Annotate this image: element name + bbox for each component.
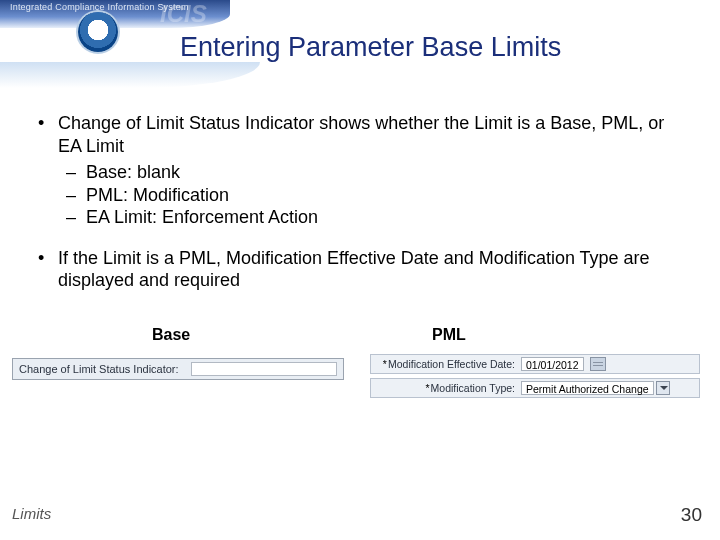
- pml-row-date: Modification Effective Date: 01/01/2012: [370, 354, 700, 374]
- subbullet-1-2: PML: Modification: [58, 184, 690, 207]
- footer-left: Limits: [12, 505, 51, 522]
- subbullet-1-3: EA Limit: Enforcement Action: [58, 206, 690, 229]
- pml-type-value: Permit Authorized Change: [521, 381, 654, 395]
- calendar-icon: [590, 357, 606, 371]
- header-ghost-text: ICIS: [160, 0, 207, 28]
- column-label-base: Base: [152, 326, 190, 344]
- page-number: 30: [681, 504, 702, 526]
- pml-type-label: Modification Type:: [371, 382, 521, 394]
- base-field-value: [191, 362, 337, 376]
- body-content: Change of Limit Status Indicator shows w…: [30, 112, 690, 310]
- pml-date-value: 01/01/2012: [521, 357, 584, 371]
- pml-panel: Modification Effective Date: 01/01/2012 …: [370, 354, 700, 402]
- subbullet-1-1: Base: blank: [58, 161, 690, 184]
- epa-logo-icon: [78, 12, 118, 52]
- base-panel: Change of Limit Status Indicator:: [12, 358, 344, 380]
- bullet-1: Change of Limit Status Indicator shows w…: [30, 112, 690, 229]
- slide: Integrated Compliance Information System…: [0, 0, 720, 540]
- header-swoosh: [0, 62, 260, 88]
- base-field-label: Change of Limit Status Indicator:: [13, 363, 185, 375]
- pml-date-label: Modification Effective Date:: [371, 358, 521, 370]
- bullet-1-text: Change of Limit Status Indicator shows w…: [58, 113, 664, 156]
- chevron-down-icon: [656, 381, 670, 395]
- bullet-2-text: If the Limit is a PML, Modification Effe…: [58, 248, 650, 291]
- bullet-2: If the Limit is a PML, Modification Effe…: [30, 247, 690, 292]
- column-label-pml: PML: [432, 326, 466, 344]
- pml-row-type: Modification Type: Permit Authorized Cha…: [370, 378, 700, 398]
- slide-title: Entering Parameter Base Limits: [180, 32, 700, 63]
